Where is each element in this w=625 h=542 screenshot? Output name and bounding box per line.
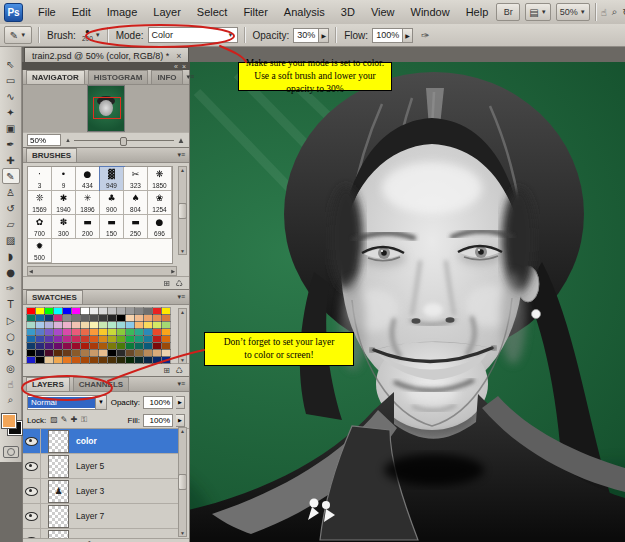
tab-info[interactable]: INFO	[151, 70, 182, 84]
color-swatch[interactable]	[63, 329, 71, 335]
color-swatch[interactable]	[36, 343, 44, 349]
view-extras-button[interactable]: ▤ ▼	[525, 3, 550, 21]
opacity-spinner[interactable]: ▶	[319, 28, 329, 43]
brush-preset-150[interactable]: ▬150	[100, 215, 124, 239]
color-swatch[interactable]	[90, 343, 98, 349]
spot-healing-brush-tool[interactable]: ✚	[2, 152, 20, 168]
layer-row[interactable]: Layer 5	[23, 454, 179, 479]
color-swatch[interactable]	[153, 350, 161, 356]
flow-input[interactable]: 100%	[372, 28, 403, 43]
color-swatch[interactable]	[72, 343, 80, 349]
menu-layer[interactable]: Layer	[145, 6, 189, 18]
tab-histogram[interactable]: HISTOGRAM	[88, 70, 149, 84]
menu-file[interactable]: File	[30, 6, 64, 18]
scroll-down-icon[interactable]: ▼	[180, 530, 185, 536]
menu-select[interactable]: Select	[189, 6, 236, 18]
color-swatch[interactable]	[135, 329, 143, 335]
document-tab[interactable]: train2.psd @ 50% (color, RGB/8) * ×	[24, 47, 189, 63]
brush-preset-434[interactable]: ●434	[76, 167, 100, 191]
color-swatch[interactable]	[108, 315, 116, 321]
layer-fill-spinner[interactable]: ▶	[176, 414, 185, 427]
color-swatch[interactable]	[54, 343, 62, 349]
color-swatch[interactable]	[54, 322, 62, 328]
menu-image[interactable]: Image	[99, 6, 146, 18]
hand-tool[interactable]: ☝	[2, 376, 20, 392]
color-swatch[interactable]	[36, 357, 44, 363]
panel-menu-icon[interactable]: ▾≡	[173, 293, 189, 301]
swatches-scrollbar[interactable]: ▲ ▼	[178, 308, 187, 364]
color-swatch[interactable]	[144, 343, 152, 349]
color-swatch[interactable]	[36, 322, 44, 328]
tab-channels[interactable]: CHANNELS	[73, 377, 129, 391]
color-swatch[interactable]	[99, 329, 107, 335]
color-swatch[interactable]	[126, 329, 134, 335]
zoom-out-icon[interactable]: ▲	[65, 137, 71, 143]
color-swatch[interactable]	[126, 350, 134, 356]
color-swatch[interactable]	[90, 357, 98, 363]
color-swatch[interactable]	[153, 343, 161, 349]
color-swatch[interactable]	[27, 329, 35, 335]
foreground-color-swatch[interactable]	[2, 414, 16, 428]
color-swatch[interactable]	[126, 322, 134, 328]
zoom-tool[interactable]: ⌕	[2, 392, 20, 408]
layer-fill-input[interactable]: 100%	[143, 414, 173, 427]
brush-preset-3[interactable]: ·3	[28, 167, 52, 191]
color-swatch[interactable]	[117, 336, 125, 342]
color-swatch[interactable]	[27, 343, 35, 349]
brush-preset-preview[interactable]: ● 200	[82, 28, 93, 43]
color-swatch[interactable]	[144, 357, 152, 363]
color-swatch[interactable]	[90, 329, 98, 335]
brush-tool[interactable]: ✎	[2, 168, 20, 184]
layer-blend-mode-select[interactable]: Normal ▼	[27, 395, 107, 410]
flow-spinner[interactable]: ▶	[403, 28, 413, 43]
brush-preset-804[interactable]: ♠804	[124, 191, 148, 215]
lock-position-icon[interactable]: ✚	[69, 415, 79, 425]
color-swatch[interactable]	[99, 308, 107, 314]
color-swatch[interactable]	[81, 357, 89, 363]
color-swatch[interactable]	[162, 322, 170, 328]
pen-tool[interactable]: ✑	[2, 280, 20, 296]
hand-tool-icon[interactable]: ☝	[601, 7, 607, 18]
layer-row[interactable]: Layer 7	[23, 504, 179, 529]
launch-bridge-button[interactable]: Br	[496, 3, 520, 21]
color-swatch[interactable]	[63, 357, 71, 363]
navigator-zoom-slider[interactable]: ▲ ▲	[65, 136, 185, 145]
color-swatch[interactable]	[99, 343, 107, 349]
brush-preset-1850[interactable]: ❋1850	[148, 167, 172, 191]
close-dock-icon[interactable]: ×	[182, 63, 186, 70]
brushes-hscrollbar[interactable]: ◀ ▶	[27, 266, 177, 276]
color-swatch[interactable]	[90, 336, 98, 342]
color-swatch[interactable]	[144, 336, 152, 342]
visibility-toggle[interactable]	[23, 454, 41, 478]
color-swatch[interactable]	[63, 336, 71, 342]
color-swatch[interactable]	[135, 350, 143, 356]
zoom-tool-icon[interactable]: ⌕	[612, 6, 618, 18]
panel-menu-icon[interactable]: ▾≡	[173, 151, 189, 159]
brush-preset-696[interactable]: ●696	[148, 215, 172, 239]
color-swatch[interactable]	[72, 350, 80, 356]
color-swatch[interactable]	[162, 357, 170, 363]
color-swatch[interactable]	[99, 322, 107, 328]
color-swatch[interactable]	[99, 315, 107, 321]
chevron-down-icon[interactable]: ▼	[95, 396, 106, 409]
color-swatch[interactable]	[36, 329, 44, 335]
color-swatch[interactable]	[135, 315, 143, 321]
color-swatch[interactable]	[63, 315, 71, 321]
color-swatch[interactable]	[54, 357, 62, 363]
scrollbar-thumb[interactable]	[178, 474, 187, 490]
color-swatch[interactable]	[162, 343, 170, 349]
rotate-3d-tool[interactable]: ↻	[2, 344, 20, 360]
color-swatch[interactable]	[144, 322, 152, 328]
tab-navigator[interactable]: NAVIGATOR	[26, 70, 85, 84]
zoom-in-icon[interactable]: ▲	[177, 136, 185, 145]
color-swatch[interactable]	[135, 308, 143, 314]
color-swatch[interactable]	[117, 357, 125, 363]
color-swatch[interactable]	[45, 322, 53, 328]
brush-preset-200[interactable]: ▬200	[76, 215, 100, 239]
color-swatch[interactable]	[54, 315, 62, 321]
color-swatch[interactable]	[108, 357, 116, 363]
brush-preset-1569[interactable]: ❊1569	[28, 191, 52, 215]
color-swatch[interactable]	[27, 336, 35, 342]
color-swatch[interactable]	[54, 329, 62, 335]
lasso-tool[interactable]: ∿	[2, 88, 20, 104]
